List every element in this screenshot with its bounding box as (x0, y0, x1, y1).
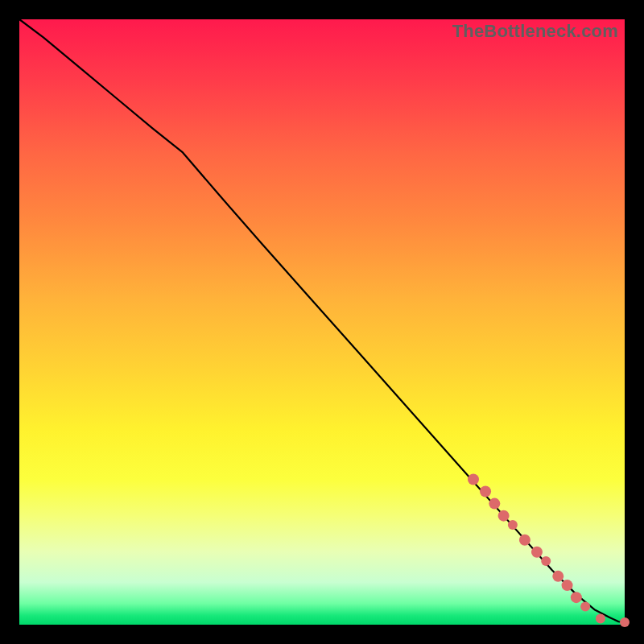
data-marker (531, 547, 543, 558)
data-marker (596, 613, 605, 623)
data-marker (498, 510, 510, 522)
data-marker (620, 617, 630, 627)
data-marker (468, 474, 479, 485)
data-marker (580, 601, 590, 611)
data-marker (552, 571, 564, 582)
chart-frame: TheBottleneck.com (0, 0, 644, 644)
plot-area: TheBottleneck.com (19, 19, 625, 625)
data-marker (489, 498, 500, 510)
chart-overlay (19, 19, 625, 625)
line-series (19, 19, 625, 622)
data-marker (519, 535, 530, 546)
data-marker (508, 520, 518, 530)
data-marker (480, 486, 491, 497)
marker-group (468, 474, 630, 627)
data-marker (541, 556, 551, 566)
data-marker (562, 580, 573, 591)
data-marker (571, 592, 582, 603)
